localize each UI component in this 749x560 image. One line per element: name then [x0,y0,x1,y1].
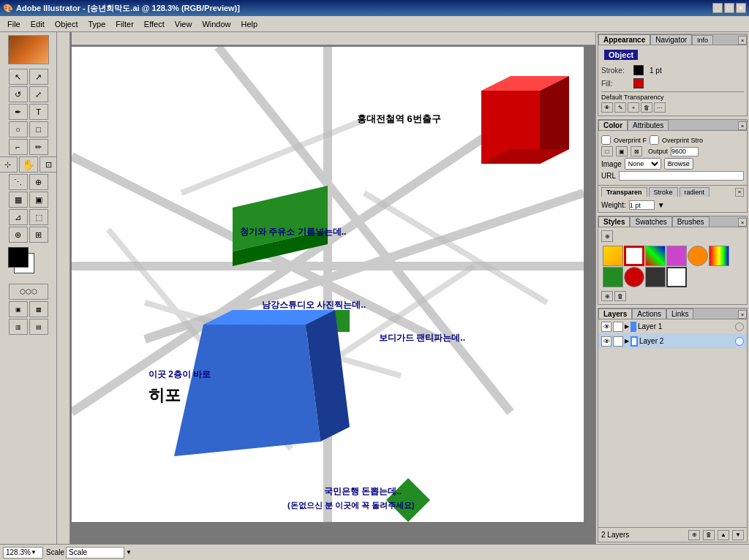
layer-del-btn[interactable]: 🗑 [703,530,715,540]
canvas-area[interactable]: 홍대전철역 6번출구 청기와 주유소 기름넣는데.. 남강스튜디오 사진찍는데.… [57,32,595,544]
zoom-tool[interactable]: ⊕ [29,174,48,190]
styles-close[interactable]: × [738,218,747,227]
weight-input[interactable] [629,200,655,210]
layers-close[interactable]: × [738,310,747,319]
direct-select-tool[interactable]: ↗ [29,69,48,85]
pencil-tool[interactable]: ✏ [29,139,48,155]
window-controls[interactable]: _ □ × [712,3,746,13]
layer2-eye[interactable]: 👁 [601,336,611,347]
close-button[interactable]: × [736,3,746,13]
scale-tool[interactable]: ⤢ [29,86,48,102]
output-field[interactable] [671,147,699,156]
browse-button[interactable]: Browse [664,158,693,170]
zoom-arrow[interactable]: ▼ [31,549,37,556]
menu-type[interactable]: Type [84,18,110,30]
ap-extra-btn[interactable]: ⋯ [654,102,666,113]
fill-swatch[interactable] [633,78,644,88]
tab-links[interactable]: Links [666,309,693,319]
menu-file[interactable]: File [3,18,25,30]
swatch-del[interactable]: 🗑 [614,291,626,301]
tab-transparent[interactable]: Transparen [601,187,647,197]
warp-tool[interactable]: ⋱ [9,174,28,190]
view-3[interactable]: ▥ [9,319,28,335]
url-field[interactable] [619,171,744,181]
hand-tool[interactable]: ✋ [19,156,38,173]
fg-color-box[interactable] [8,247,29,268]
menu-object[interactable]: Object [50,18,83,30]
ap-edit-btn[interactable]: ✎ [614,102,626,113]
maximize-button[interactable]: □ [724,3,734,13]
menu-view[interactable]: View [170,18,197,30]
ap-add-btn[interactable]: + [628,102,639,113]
extra-tool[interactable]: ⊡ [39,156,58,173]
col-btn1[interactable]: □ [601,146,613,156]
tab-info[interactable]: Info [692,35,713,45]
blend-tool[interactable]: ⬚ [29,209,48,225]
stroke-close[interactable]: × [735,188,744,197]
layer-row-2[interactable]: 👁 ▶ Layer 2 [598,334,747,349]
swatch-red-outline[interactable] [624,246,644,266]
swatch-dark-red[interactable] [624,267,644,287]
swatch-dark[interactable] [645,267,666,287]
select-tool[interactable]: ↖ [9,69,28,85]
menu-edit[interactable]: Edit [26,18,49,30]
layer1-eye[interactable]: 👁 [601,322,611,332]
layer-down-btn[interactable]: ▼ [732,530,744,540]
swatch-multicolor[interactable] [645,246,666,266]
tab-layers[interactable]: Layers [598,309,632,319]
tab-brushes[interactable]: Brushes [672,216,710,227]
view-2[interactable]: ▩ [29,301,48,317]
mesh-tool[interactable]: ⊞ [29,227,48,243]
layer-new-btn[interactable]: ⊕ [688,530,700,540]
tab-stroke[interactable]: Stroke [649,187,678,197]
layer1-lock[interactable] [613,322,623,332]
layer1-target[interactable] [735,322,744,331]
symbol-tool[interactable]: ⊛ [9,227,28,243]
menu-window[interactable]: Window [197,18,235,30]
scale-arrow[interactable]: ▼ [126,549,132,556]
eyedropper-tool[interactable]: ⊿ [9,209,28,225]
cursor-tool[interactable]: ⊹ [0,156,18,173]
rotate-tool[interactable]: ↺ [9,86,28,102]
scale-input[interactable] [66,547,124,559]
image-select[interactable]: None [625,158,661,170]
layer2-arrow[interactable]: ▶ [625,338,629,344]
swatch-spiral[interactable] [688,246,708,266]
pen-tool[interactable]: ✒ [9,104,28,120]
layer1-arrow[interactable]: ▶ [625,323,629,330]
tab-appearance[interactable]: Appearance [598,34,650,45]
swatch-rainbow[interactable] [709,246,729,266]
graph-tool[interactable]: ▦ [9,192,28,208]
swatch-purple[interactable] [666,246,687,266]
swatch-dark-green[interactable] [603,267,623,287]
screen-mode-tool[interactable]: ⬡⬡⬡ [9,284,48,300]
swatch-white-outline[interactable] [666,267,687,287]
view-1[interactable]: ▣ [9,301,28,317]
swatch-new[interactable]: ⊕ [601,291,613,301]
layer2-lock[interactable] [613,336,623,347]
layer-up-btn[interactable]: ▲ [718,530,729,540]
tab-styles[interactable]: Styles [598,216,630,227]
swatch-gold[interactable] [603,246,623,266]
overprint-fill-check[interactable] [601,135,611,145]
new-style-btn[interactable]: ⊕ [601,230,613,242]
ap-eye-btn[interactable]: 👁 [601,102,613,113]
tab-actions[interactable]: Actions [632,309,666,319]
menu-help[interactable]: Help [237,18,263,30]
view-4[interactable]: ▤ [29,319,48,335]
ellipse-tool[interactable]: ○ [9,121,28,137]
overprint-stroke-check[interactable] [650,135,659,145]
slice-tool[interactable]: ▣ [29,192,48,208]
tab-attributes[interactable]: Attributes [628,120,669,130]
tab-gradient[interactable]: radient [680,187,710,197]
tab-navigator[interactable]: Navigator [650,34,692,45]
tab-color[interactable]: Color [598,120,628,130]
tab-swatches[interactable]: Swatches [630,216,671,227]
col-btn3[interactable]: ⊠ [631,146,642,156]
weight-arrow[interactable]: ▼ [658,201,665,209]
stroke-swatch[interactable] [633,65,644,75]
minimize-button[interactable]: _ [712,3,723,13]
col-btn2[interactable]: ▣ [616,146,628,156]
layer-row-1[interactable]: 👁 ▶ Layer 1 [598,319,747,334]
ap-trash-btn[interactable]: 🗑 [641,102,652,113]
